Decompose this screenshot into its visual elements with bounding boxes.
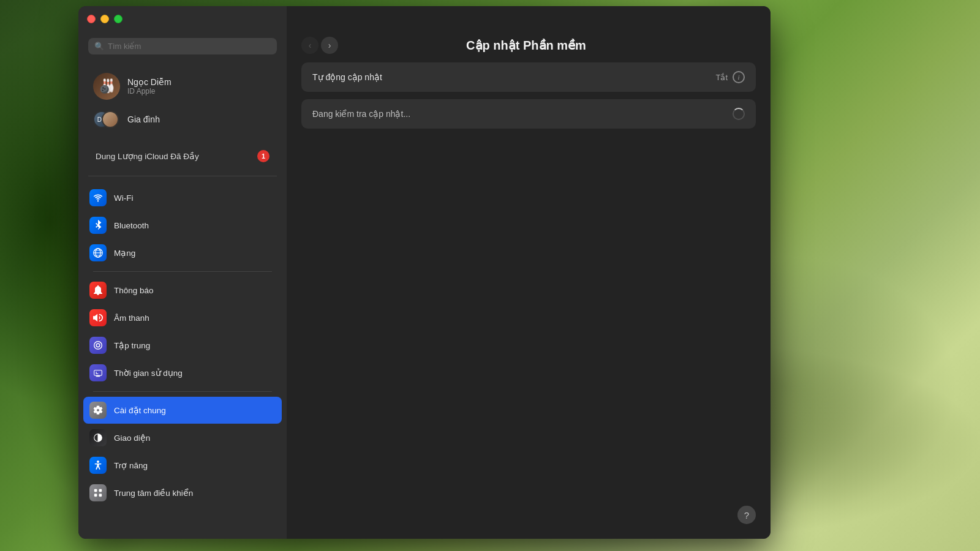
control-center-label: Trung tâm điều khiển: [114, 488, 193, 498]
close-button[interactable]: [87, 15, 96, 23]
minimize-button[interactable]: [100, 15, 109, 23]
sidebar-item-control-center[interactable]: Trung tâm điều khiển: [83, 479, 282, 506]
divider-3: [93, 391, 272, 392]
network-label: Mạng: [114, 248, 135, 258]
user-section: 🎳 Ngọc Diễm ID Apple DC Gia đình: [78, 64, 287, 139]
wifi-icon: [89, 189, 107, 206]
notifications-icon: [89, 282, 107, 299]
bluetooth-label: Bluetooth: [114, 221, 149, 230]
icloud-text: Dung Lượng iCloud Đã Đầy: [96, 151, 199, 161]
general-icon: [89, 402, 107, 419]
bluetooth-icon: [89, 217, 107, 234]
focus-icon: [89, 337, 107, 354]
avatar-emoji: 🎳: [99, 78, 115, 94]
family-label: Gia đình: [127, 114, 160, 124]
traffic-lights: [87, 15, 123, 23]
sound-icon: [89, 309, 107, 326]
back-button[interactable]: ‹: [301, 37, 318, 54]
icloud-banner[interactable]: Dung Lượng iCloud Đã Đầy 1: [88, 144, 277, 168]
sidebar: 🔍 🎳 Ngọc Diễm ID Apple DC: [78, 6, 287, 539]
accessibility-label: Trợ năng: [114, 460, 148, 470]
help-button[interactable]: ?: [737, 506, 756, 524]
avatar: 🎳: [93, 73, 120, 100]
family-avatar-2: [102, 111, 119, 128]
maximize-button[interactable]: [114, 15, 123, 23]
appearance-label: Giao diện: [114, 433, 150, 443]
sidebar-item-accessibility[interactable]: Trợ năng: [83, 452, 282, 479]
panel-header: ‹ › Cập nhật Phần mềm: [287, 6, 771, 62]
svg-rect-12: [99, 494, 102, 497]
search-icon: 🔍: [94, 42, 104, 51]
divider-1: [88, 176, 277, 176]
user-sub: ID Apple: [127, 87, 172, 96]
sidebar-item-bluetooth[interactable]: Bluetooth: [83, 212, 282, 239]
notifications-label: Thông báo: [114, 286, 154, 295]
checking-label: Đang kiểm tra cập nhật...: [312, 109, 410, 119]
system-preferences-window: 🔍 🎳 Ngọc Diễm ID Apple DC: [78, 6, 771, 539]
auto-update-label: Tự động cập nhật: [312, 72, 382, 82]
sidebar-item-network[interactable]: Mạng: [83, 239, 282, 266]
accessibility-icon: [89, 457, 107, 474]
sound-label: Âm thanh: [114, 313, 149, 323]
svg-rect-9: [94, 489, 97, 492]
sidebar-item-focus[interactable]: Tập trung: [83, 332, 282, 359]
auto-update-row: Tự động cập nhật Tắt i: [301, 62, 756, 92]
svg-rect-10: [99, 489, 102, 492]
main-content: 🔍 🎳 Ngọc Diễm ID Apple DC: [78, 6, 771, 539]
sidebar-item-sound[interactable]: Âm thanh: [83, 304, 282, 331]
auto-update-right: Tắt i: [715, 71, 745, 83]
family-avatars: DC: [93, 108, 120, 130]
search-bar[interactable]: 🔍: [88, 38, 277, 54]
main-panel: ‹ › Cập nhật Phần mềm Tự động cập nhật T…: [287, 6, 771, 539]
icloud-badge: 1: [257, 150, 270, 162]
appearance-icon: [89, 429, 107, 446]
network-icon: [89, 244, 107, 261]
nav-arrows: ‹ ›: [301, 37, 338, 54]
user-info: Ngọc Diễm ID Apple: [127, 77, 172, 96]
user-profile-item[interactable]: 🎳 Ngọc Diễm ID Apple: [88, 69, 277, 103]
search-input[interactable]: [108, 42, 271, 51]
user-name: Ngọc Diễm: [127, 77, 172, 87]
loading-spinner: [733, 108, 745, 120]
sidebar-item-appearance[interactable]: Giao diện: [83, 424, 282, 451]
sidebar-item-notifications[interactable]: Thông báo: [83, 277, 282, 304]
general-label: Cài đặt chung: [114, 405, 166, 415]
panel-body: Tự động cập nhật Tắt i Đang kiểm tra cập…: [287, 62, 771, 301]
auto-update-status: Tắt: [715, 73, 728, 82]
svg-rect-11: [94, 494, 97, 497]
screen-time-label: Thời gian sử dụng: [114, 368, 183, 378]
sidebar-item-screen-time[interactable]: Thời gian sử dụng: [83, 359, 282, 386]
svg-rect-5: [94, 370, 102, 375]
panel-bottom: ?: [287, 301, 771, 539]
screen-time-icon: [89, 364, 107, 381]
forward-button[interactable]: ›: [321, 37, 338, 54]
sidebar-item-wifi[interactable]: Wi-Fi: [83, 184, 282, 211]
divider-2: [93, 271, 272, 272]
sidebar-item-general[interactable]: Cài đặt chung: [83, 397, 282, 424]
focus-label: Tập trung: [114, 340, 150, 350]
svg-point-8: [97, 460, 99, 463]
control-center-icon: [89, 484, 107, 501]
checking-row: Đang kiểm tra cập nhật...: [301, 99, 756, 129]
family-item[interactable]: DC Gia đình: [88, 105, 277, 134]
panel-title: Cập nhật Phần mềm: [345, 38, 707, 53]
info-icon[interactable]: i: [733, 71, 745, 83]
nav-section: Wi-Fi Bluetooth: [78, 181, 287, 509]
wifi-label: Wi-Fi: [114, 193, 133, 203]
